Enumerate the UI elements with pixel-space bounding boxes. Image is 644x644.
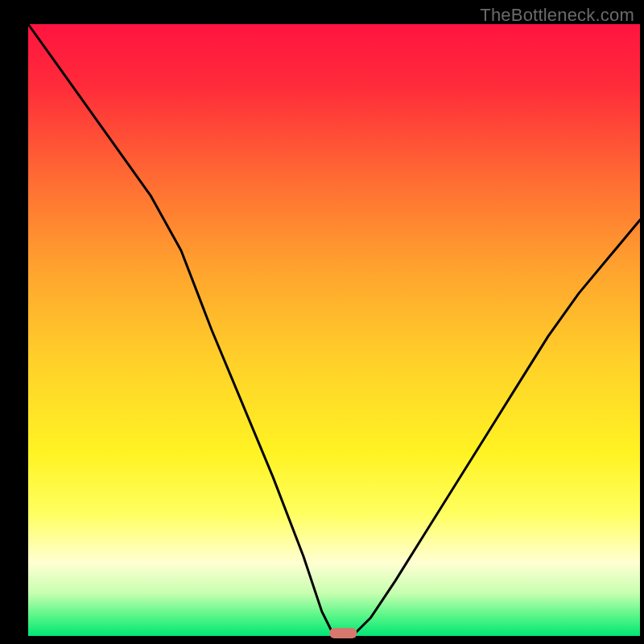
optimal-marker <box>329 628 357 638</box>
chart-frame: TheBottleneck.com <box>0 0 644 644</box>
watermark-text: TheBottleneck.com <box>480 5 634 26</box>
gradient-plot-area <box>28 24 640 636</box>
bottleneck-chart <box>0 0 644 644</box>
